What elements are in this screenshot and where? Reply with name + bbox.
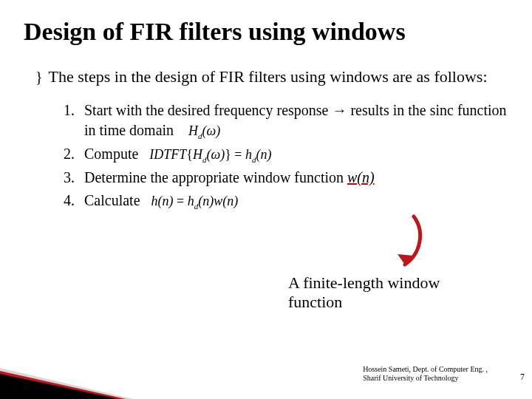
step-2-math-H-arg: (ω)	[207, 147, 225, 162]
step-3: 3. Determine the appropriate window func…	[64, 168, 508, 188]
step-1-math-arg: (ω)	[202, 123, 221, 138]
step-3-text: Determine the appropriate window functio…	[84, 168, 508, 188]
step-4-h: h	[151, 194, 158, 208]
slide-title: Design of FIR filters using windows	[24, 18, 406, 46]
step-4-math: h(n) = hd(n)w(n)	[151, 194, 239, 208]
step-2-label: Compute	[84, 146, 138, 162]
step-2-math-idtft: IDTFT	[149, 147, 186, 162]
step-4-label: Calculate	[84, 192, 140, 208]
step-1: 1. Start with the desired frequency resp…	[64, 100, 508, 141]
step-1-text: Start with the desired frequency respons…	[84, 100, 508, 141]
step-4-num: 4.	[64, 191, 84, 211]
footer: Hossein Sameti, Dept. of Computer Eng. ,…	[363, 365, 488, 383]
step-4-text: Calculate h(n) = hd(n)w(n)	[84, 191, 508, 211]
slide-body: } The steps in the design of FIR filters…	[35, 66, 508, 215]
slide: Design of FIR filters using windows } Th…	[0, 0, 532, 399]
arrow-icon	[384, 213, 429, 279]
step-4-hd: h	[188, 194, 194, 208]
step-2-brace-open: {	[186, 147, 193, 162]
svg-marker-3	[0, 374, 118, 399]
step-4-eq: =	[174, 194, 188, 208]
annotation-text: A finite-length window function	[288, 273, 480, 313]
step-1-math-H: H	[188, 123, 198, 138]
step-4-w: w	[214, 194, 222, 208]
step-3-num: 3.	[64, 168, 84, 188]
steps-list: 1. Start with the desired frequency resp…	[64, 100, 508, 212]
step-2-num: 2.	[64, 144, 84, 164]
step-1-text-a: Start with the desired frequency respons…	[84, 102, 332, 118]
step-4-hd-arg: (n)	[198, 194, 214, 208]
step-4-w-arg: (n)	[222, 194, 238, 208]
step-4-h-arg: (n)	[158, 194, 174, 208]
step-2-text: Compute IDTFT{Hd(ω)} = hd(n)	[84, 144, 508, 165]
svg-marker-0	[398, 254, 414, 265]
step-2-math-h-arg: (n)	[256, 147, 272, 162]
page-number: 7	[520, 372, 525, 383]
footer-line-2: Sharif University of Technology	[363, 374, 488, 383]
footer-line-1: Hossein Sameti, Dept. of Computer Eng. ,	[363, 365, 488, 374]
corner-decoration	[0, 325, 133, 399]
step-2-brace-close: }	[225, 147, 231, 162]
step-2-math-h: h	[245, 147, 252, 162]
step-1-num: 1.	[64, 100, 84, 120]
step-2-math-H: H	[193, 147, 202, 162]
step-3-wn: w(n)	[347, 169, 375, 185]
step-2-eq: =	[231, 147, 245, 162]
step-2-math: IDTFT{Hd(ω)} = hd(n)	[149, 147, 271, 162]
intro-text: The steps in the design of FIR filters u…	[49, 66, 508, 87]
step-1-arrow: →	[332, 102, 347, 118]
step-1-math: Hd(ω)	[188, 123, 220, 138]
step-2: 2. Compute IDTFT{Hd(ω)} = hd(n)	[64, 144, 508, 165]
intro-row: } The steps in the design of FIR filters…	[35, 66, 508, 87]
step-3-label: Determine the appropriate window functio…	[84, 169, 347, 185]
bullet-glyph: }	[35, 68, 43, 86]
step-4: 4. Calculate h(n) = hd(n)w(n)	[64, 191, 508, 211]
